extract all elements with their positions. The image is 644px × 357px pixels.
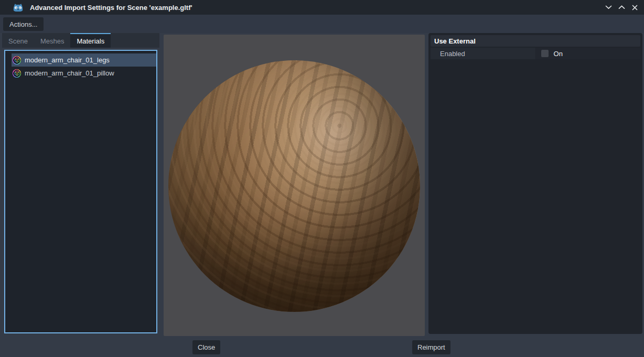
actions-button[interactable]: Actions... bbox=[3, 17, 44, 31]
godot-logo-icon bbox=[13, 3, 24, 13]
materials-list-panel: modern_arm_chair_01_legs modern_arm_chai… bbox=[4, 50, 157, 333]
material-preview-viewport[interactable] bbox=[164, 35, 425, 336]
close-icon bbox=[632, 5, 638, 10]
enabled-checkbox[interactable] bbox=[541, 50, 549, 57]
tab-materials[interactable]: Materials bbox=[70, 33, 111, 48]
tab-scene[interactable]: Scene bbox=[2, 33, 34, 48]
material-item-label: modern_arm_chair_01_pillow bbox=[25, 69, 114, 77]
window-controls bbox=[602, 0, 641, 15]
reimport-button[interactable]: Reimport bbox=[412, 340, 450, 354]
close-button[interactable]: Close bbox=[192, 340, 220, 354]
property-value: On bbox=[536, 48, 640, 59]
titlebar: Advanced Import Settings for Scene 'exam… bbox=[0, 0, 644, 15]
list-item[interactable]: modern_arm_chair_01_pillow bbox=[12, 67, 156, 80]
material-preview-sphere bbox=[168, 60, 420, 312]
material-orb-icon bbox=[13, 69, 21, 78]
maximize-button[interactable] bbox=[615, 1, 628, 14]
property-row-enabled: Enabled On bbox=[431, 48, 640, 59]
chevron-up-icon bbox=[618, 5, 625, 9]
checkbox-label: On bbox=[554, 50, 563, 58]
chevron-down-icon bbox=[605, 5, 612, 9]
tab-meshes[interactable]: Meshes bbox=[34, 33, 71, 48]
list-item[interactable]: modern_arm_chair_01_legs bbox=[12, 53, 156, 67]
menubar: Actions... bbox=[0, 15, 644, 33]
close-window-button[interactable] bbox=[628, 1, 641, 14]
window-title: Advanced Import Settings for Scene 'exam… bbox=[30, 4, 192, 12]
minimize-button[interactable] bbox=[602, 1, 615, 14]
tab-strip: Scene Meshes Materials bbox=[2, 33, 159, 48]
inspector-panel: Use External Enabled On bbox=[428, 33, 642, 334]
material-orb-icon bbox=[13, 56, 21, 64]
property-label: Enabled bbox=[431, 48, 535, 59]
section-header-use-external: Use External bbox=[431, 35, 640, 47]
material-item-label: modern_arm_chair_01_legs bbox=[25, 56, 110, 64]
